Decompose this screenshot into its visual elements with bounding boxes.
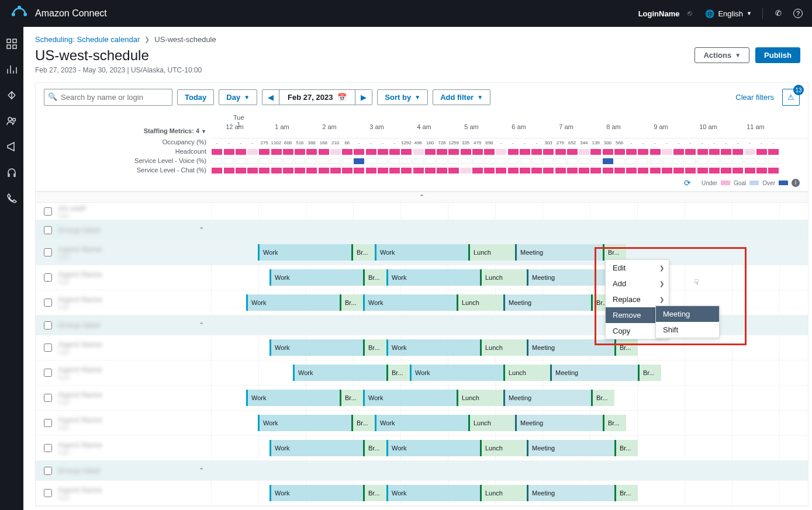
shift-segment-work[interactable]: Work [375,244,468,261]
shift-segment-work[interactable]: Work [246,390,340,406]
shift-segment-work[interactable]: Work [386,269,480,286]
group-row[interactable]: Group label⌃ [36,461,808,481]
row-checkbox[interactable] [44,226,52,234]
shift-segment-break[interactable]: Br... [638,365,661,381]
shift-segment-break[interactable]: Br... [363,339,386,356]
row-checkbox[interactable] [44,369,52,377]
group-row[interactable]: Group label⌃ [36,220,808,240]
agent-lane[interactable]: WorkBr...WorkLunchMeetingBr... [211,265,808,290]
shift-segment-lunch[interactable]: Lunch [480,269,527,286]
today-button[interactable]: Today [177,89,214,105]
shift-segment-work[interactable]: Work [386,485,480,501]
staffing-metrics-selector[interactable]: Staffing Metrics: 4▼ [36,127,211,134]
nav-dashboard-icon[interactable] [6,39,17,49]
group-toggle[interactable]: ⌃ [199,321,204,329]
ctx-add[interactable]: Add❯ [606,276,669,292]
shift-segment-work[interactable]: Work [258,415,351,431]
nav-announce-icon[interactable] [6,141,17,152]
shift-segment-work[interactable]: Work [386,440,480,456]
breadcrumb-parent-link[interactable]: Scheduling: Schedule calendar [35,35,140,44]
ctx-sub-shift[interactable]: Shift [656,322,719,338]
shift-segment-break[interactable]: Br... [603,415,626,431]
group-toggle[interactable]: ⌃ [199,467,204,474]
shift-segment-break[interactable]: Br... [386,365,410,381]
shift-segment-break[interactable]: Br... [351,244,375,261]
shift-segment-work[interactable]: Work [269,339,363,356]
shift-segment-work[interactable]: Work [269,269,363,286]
date-next-button[interactable]: ▶ [355,90,372,105]
shift-segment-break[interactable]: Br... [340,294,363,311]
shift-segment-break[interactable]: Br... [351,415,375,431]
shift-segment-work[interactable]: Work [386,339,480,356]
shift-segment-lunch[interactable]: Lunch [468,415,515,431]
shift-segment-work[interactable]: Work [375,415,468,431]
view-selector[interactable]: Day▼ [219,89,257,105]
row-checkbox[interactable] [44,299,52,307]
shift-segment-meeting[interactable]: Meeting [527,339,614,356]
row-checkbox[interactable] [44,444,52,452]
nav-routing-icon[interactable] [6,90,17,100]
shift-segment-work[interactable]: Work [269,440,363,456]
agent-lane[interactable]: WorkBr...WorkLunchMeetingBr... [211,411,808,435]
warning-badge[interactable]: ⚠ 13 [782,89,800,106]
agent-lane[interactable]: WorkBr...WorkLunchMeetingBr... [211,436,808,460]
shift-segment-break[interactable]: Br... [603,244,626,261]
publish-button[interactable]: Publish [755,47,800,63]
row-checkbox[interactable] [44,419,52,427]
row-checkbox[interactable] [44,489,52,497]
phone-icon[interactable]: ✆ [773,9,783,18]
ctx-replace[interactable]: Replace❯ [606,292,669,307]
agent-lane[interactable]: WorkBr...WorkLunchMeetingBr... [211,360,808,385]
agent-lane[interactable]: WorkBr...WorkLunchMeetingBr... [211,240,808,265]
shift-segment-lunch[interactable]: Lunch [468,244,515,261]
shift-segment-lunch[interactable]: Lunch [480,440,527,456]
shift-segment-break[interactable]: Br... [340,390,363,406]
agent-lane[interactable]: WorkBr...WorkLunchMeetingBr... [211,386,808,410]
shift-segment-lunch[interactable]: Lunch [457,294,503,311]
shift-segment-meeting[interactable]: Meeting [527,485,614,501]
row-checkbox[interactable] [44,207,52,216]
shift-segment-work[interactable]: Work [246,294,340,311]
sort-button[interactable]: Sort by▼ [377,89,428,105]
shift-segment-meeting[interactable]: Meeting [503,390,591,406]
date-display[interactable]: Feb 27, 2023📅 [279,90,355,105]
group-toggle[interactable]: ⌃ [199,226,204,234]
agent-lane[interactable]: WorkBr...WorkLunchMeetingBr... [211,335,808,360]
shift-segment-break[interactable]: Br... [363,440,386,456]
shift-segment-meeting[interactable]: Meeting [515,415,603,431]
row-checkbox[interactable] [44,321,52,329]
shift-segment-lunch[interactable]: Lunch [503,365,550,381]
shift-segment-break[interactable]: Br... [363,485,386,501]
shift-segment-work[interactable]: Work [410,365,503,381]
collapse-toggle[interactable]: ⌃ [36,192,808,203]
ctx-edit[interactable]: Edit❯ [606,260,669,276]
row-checkbox[interactable] [44,467,52,475]
date-prev-button[interactable]: ◀ [262,90,279,105]
row-checkbox[interactable] [44,394,52,402]
shift-segment-break[interactable]: Br... [614,339,638,356]
shift-segment-meeting[interactable]: Meeting [550,365,638,381]
shift-segment-meeting[interactable]: Meeting [527,440,614,456]
shift-segment-meeting[interactable]: Meeting [503,294,591,311]
language-selector[interactable]: 🌐 English ▼ [705,9,752,18]
row-checkbox[interactable] [44,344,52,352]
actions-button[interactable]: Actions▼ [694,47,749,63]
shift-segment-work[interactable]: Work [258,244,351,261]
nav-users-icon[interactable] [6,116,17,126]
shift-segment-meeting[interactable]: Meeting [515,244,603,261]
refresh-icon[interactable]: ⟳ [684,178,691,188]
shift-segment-break[interactable]: Br... [614,485,638,501]
row-checkbox[interactable] [44,248,52,256]
search-input[interactable] [44,89,172,106]
row-checkbox[interactable] [44,273,52,282]
filter-button[interactable]: Add filter▼ [433,89,490,105]
shift-segment-lunch[interactable]: Lunch [457,390,503,406]
logout-icon[interactable]: ⎋ [685,9,694,18]
shift-segment-lunch[interactable]: Lunch [480,339,527,356]
shift-segment-meeting[interactable]: Meeting [527,269,614,286]
info-icon[interactable]: i [792,179,800,187]
login-name[interactable]: LoginName [638,9,680,18]
shift-segment-work[interactable]: Work [363,294,457,311]
shift-segment-work[interactable]: Work [269,485,363,501]
nav-headset-icon[interactable] [6,167,17,178]
